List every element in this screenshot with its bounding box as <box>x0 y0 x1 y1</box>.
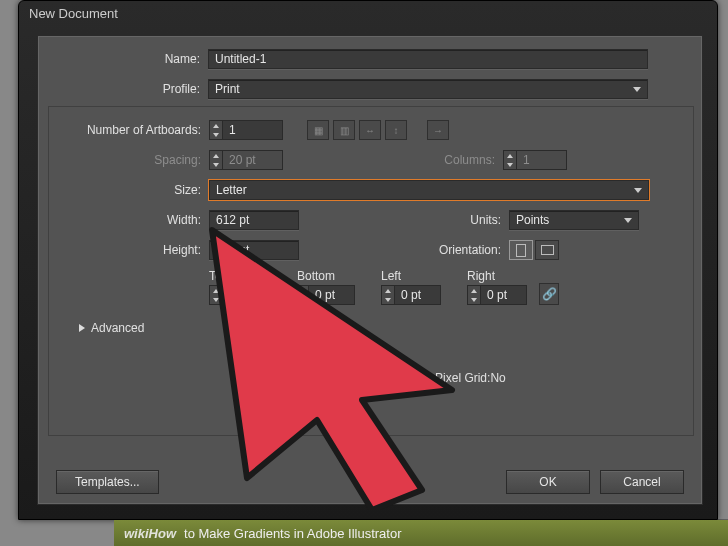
name-label: Name: <box>48 52 208 66</box>
bleed-left-stepper[interactable]: 0 pt <box>381 285 441 305</box>
landscape-icon <box>541 245 554 255</box>
window-title: New Document <box>19 1 717 27</box>
banner-title: to Make Gradients in Adobe Illustrator <box>184 526 402 541</box>
chevron-down-icon <box>634 188 642 193</box>
columns-value: 1 <box>517 150 567 170</box>
units-label: Units: <box>299 213 509 227</box>
arrange-direction-icon[interactable]: → <box>427 120 449 140</box>
height-label: Height: <box>59 243 209 257</box>
advanced-label: Advanced <box>91 321 144 335</box>
profile-label: Profile: <box>48 82 208 96</box>
dialog-window: New Document Name: Untitled-1 Profile: P… <box>18 0 718 520</box>
artboards-stepper[interactable]: 1 <box>209 120 283 140</box>
stepper-up-icon[interactable] <box>468 286 480 295</box>
stepper-down-icon[interactable] <box>210 130 222 139</box>
triangle-right-icon <box>79 324 85 332</box>
orientation-landscape-button[interactable] <box>535 240 559 260</box>
stepper-down-icon[interactable] <box>296 295 308 304</box>
units-value: Points <box>516 211 549 229</box>
orientation-portrait-button[interactable] <box>509 240 533 260</box>
columns-label: Columns: <box>283 153 503 167</box>
artboards-label: Number of Artboards: <box>59 123 209 137</box>
height-input[interactable]: 792 pt <box>209 240 299 260</box>
size-value: Letter <box>216 181 247 199</box>
arrange-grid-row-icon[interactable]: ▦ <box>307 120 329 140</box>
width-label: Width: <box>59 213 209 227</box>
bleed-right-label: Right <box>467 269 527 283</box>
profile-select[interactable]: Print <box>208 79 648 99</box>
arrange-col-icon[interactable]: ↕ <box>385 120 407 140</box>
ok-button[interactable]: OK <box>506 470 590 494</box>
advanced-toggle[interactable]: Advanced <box>49 313 693 343</box>
stepper-up-icon[interactable] <box>382 286 394 295</box>
dialog-body: Name: Untitled-1 Profile: Print Number o… <box>37 35 703 505</box>
cancel-button[interactable]: Cancel <box>600 470 684 494</box>
document-settings-group: Number of Artboards: 1 ▦ ▥ ↔ ↕ → Spacing… <box>48 106 694 436</box>
bleed-top-value[interactable]: 0 pt <box>223 285 269 305</box>
width-input[interactable]: 612 pt <box>209 210 299 230</box>
spacing-value: 20 pt <box>223 150 283 170</box>
stepper-down-icon <box>210 160 222 169</box>
mode-info-line: Color Mode:CMYK, PPI:300, Align to Pixel… <box>49 371 693 385</box>
bleed-bottom-value[interactable]: 0 pt <box>309 285 355 305</box>
bleed-right-stepper[interactable]: 0 pt <box>467 285 527 305</box>
dialog-button-bar: Templates... OK Cancel <box>38 470 702 494</box>
stepper-down-icon[interactable] <box>382 295 394 304</box>
wikihow-banner: wikiHow to Make Gradients in Adobe Illus… <box>114 520 728 546</box>
name-input[interactable]: Untitled-1 <box>208 49 648 69</box>
size-select[interactable]: Letter <box>209 180 649 200</box>
stepper-up-icon[interactable] <box>210 286 222 295</box>
portrait-icon <box>516 244 526 257</box>
stepper-up-icon <box>504 151 516 160</box>
bleed-right-value[interactable]: 0 pt <box>481 285 527 305</box>
spacing-stepper: 20 pt <box>209 150 283 170</box>
bleed-left-label: Left <box>381 269 441 283</box>
bleed-bottom-label: BBottom <box>295 269 355 283</box>
bleed-bottom-stepper[interactable]: 0 pt <box>295 285 355 305</box>
stepper-down-icon[interactable] <box>210 295 222 304</box>
bleed-top-stepper[interactable]: 0 pt <box>209 285 269 305</box>
profile-value: Print <box>215 80 240 98</box>
units-select[interactable]: Points <box>509 210 639 230</box>
link-bleed-icon[interactable]: 🔗 <box>539 283 559 305</box>
artboards-value[interactable]: 1 <box>223 120 283 140</box>
chevron-down-icon <box>633 87 641 92</box>
spacing-label: Spacing: <box>59 153 209 167</box>
bleed-top-label: Top <box>209 269 269 283</box>
orientation-label: Orientation: <box>299 243 509 257</box>
stepper-up-icon <box>210 151 222 160</box>
arrange-grid-col-icon[interactable]: ▥ <box>333 120 355 140</box>
chevron-down-icon <box>624 218 632 223</box>
bleed-left-value[interactable]: 0 pt <box>395 285 441 305</box>
stepper-down-icon <box>504 160 516 169</box>
arrange-row-icon[interactable]: ↔ <box>359 120 381 140</box>
stepper-down-icon[interactable] <box>468 295 480 304</box>
size-label: Size: <box>59 183 209 197</box>
stepper-up-icon[interactable] <box>210 121 222 130</box>
stepper-up-icon[interactable] <box>296 286 308 295</box>
banner-brand: wikiHow <box>124 526 176 541</box>
templates-button[interactable]: Templates... <box>56 470 159 494</box>
columns-stepper: 1 <box>503 150 567 170</box>
